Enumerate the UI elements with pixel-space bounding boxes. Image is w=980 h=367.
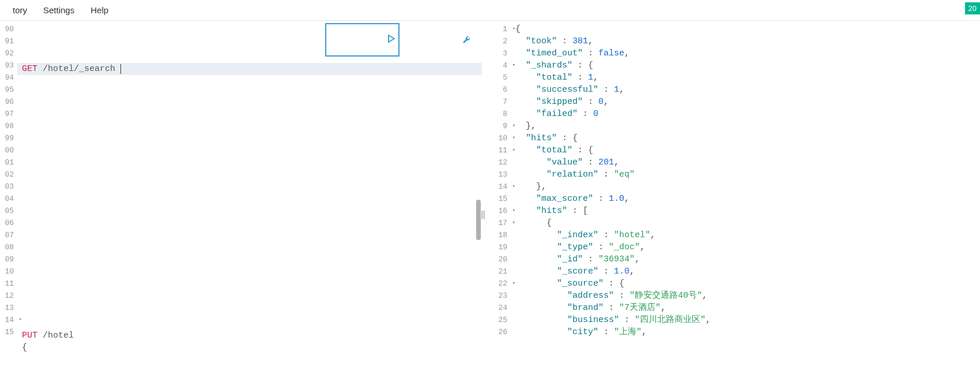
response-line: { — [515, 23, 980, 35]
code-line[interactable] — [22, 136, 482, 148]
request-gutter: 9091929394959697989900010203040506070809… — [0, 21, 17, 367]
code-line[interactable] — [22, 111, 482, 123]
code-line[interactable] — [22, 305, 482, 317]
line-number: 8 — [482, 108, 511, 120]
code-line[interactable] — [22, 160, 482, 172]
response-line: }, — [515, 181, 980, 193]
line-number: 93 — [0, 59, 17, 72]
request-editor-pane: 9091929394959697989900010203040506070809… — [0, 21, 482, 367]
response-line: "_source" : { — [515, 278, 980, 290]
line-number: 21 — [482, 265, 511, 278]
menu-history[interactable]: tory — [5, 2, 35, 18]
line-number: 7 — [482, 96, 511, 108]
code-line[interactable] — [22, 354, 482, 366]
code-line[interactable] — [22, 123, 482, 136]
line-number: 13 — [482, 168, 511, 181]
line-number: 14 — [482, 181, 511, 193]
line-number: 15 — [0, 326, 17, 338]
line-number: 4 — [482, 59, 511, 72]
response-line: "total" : 1, — [515, 72, 980, 84]
line-number: 11 — [0, 278, 17, 290]
code-line[interactable]: GET /hotel/_search — [17, 63, 482, 75]
code-line[interactable] — [22, 208, 482, 220]
response-line: "relation" : "eq" — [515, 168, 980, 181]
line-number: 3 — [482, 47, 511, 59]
menubar: tory Settings Help — [0, 0, 980, 21]
response-line: "failed" : 0 — [515, 108, 980, 120]
request-options-icon[interactable] — [403, 24, 472, 55]
line-number: 09 — [0, 253, 17, 265]
line-number: 25 — [482, 314, 511, 326]
line-number: 92 — [0, 47, 17, 59]
line-number: 22 — [482, 278, 511, 290]
line-number: 13 — [0, 302, 17, 314]
response-line: "_score" : 1.0, — [515, 265, 980, 278]
run-request-button[interactable] — [325, 23, 399, 57]
line-number: 12 — [482, 156, 511, 168]
line-number: 9 — [482, 120, 511, 132]
code-line[interactable]: { — [22, 342, 482, 354]
code-line[interactable] — [22, 172, 482, 184]
line-number: 6 — [482, 84, 511, 96]
response-line: "hits" : [ — [515, 205, 980, 217]
line-number: 04 — [0, 193, 17, 205]
response-line: "brand" : "7天酒店", — [515, 302, 980, 314]
line-number: 1 — [482, 23, 511, 35]
code-line[interactable] — [22, 75, 482, 87]
code-line[interactable] — [22, 281, 482, 293]
response-gutter: 1234567891011121314151617181920212223242… — [482, 21, 511, 367]
line-number: 12 — [0, 290, 17, 302]
line-number: 01 — [0, 156, 17, 168]
response-line: "total" : { — [515, 144, 980, 156]
code-line[interactable] — [22, 293, 482, 305]
code-line[interactable] — [22, 87, 482, 99]
line-number: 07 — [0, 229, 17, 241]
line-number: 23 — [482, 290, 511, 302]
code-line[interactable] — [22, 148, 482, 160]
line-number: 06 — [0, 217, 17, 229]
line-number: 08 — [0, 241, 17, 253]
response-line: "_id" : "36934", — [515, 253, 980, 265]
code-line[interactable] — [22, 233, 482, 245]
line-number: 24 — [482, 302, 511, 314]
menu-help[interactable]: Help — [82, 2, 116, 18]
code-line[interactable] — [22, 220, 482, 233]
line-number: 94 — [0, 72, 17, 84]
line-number: 95 — [0, 84, 17, 96]
response-line: "hits" : { — [515, 132, 980, 144]
menu-settings[interactable]: Settings — [35, 2, 82, 18]
line-number: 91 — [0, 35, 17, 47]
line-number: 00 — [0, 144, 17, 156]
line-number: 05 — [0, 205, 17, 217]
status-badge[interactable]: 20 — [965, 2, 980, 14]
line-number: 96 — [0, 96, 17, 108]
response-viewer[interactable]: { "took" : 381, "timed_out" : false, "_s… — [511, 21, 980, 367]
line-number: 2 — [482, 35, 511, 47]
response-line: "took" : 381, — [515, 35, 980, 47]
request-editor[interactable]: GET /hotel/_search PUT /hotel{ — [17, 21, 482, 367]
line-number: 99 — [0, 132, 17, 144]
line-number: 20 — [482, 253, 511, 265]
response-line: "skipped" : 0, — [515, 96, 980, 108]
response-line: "_type" : "_doc", — [515, 241, 980, 253]
line-number: 10 — [482, 132, 511, 144]
response-viewer-pane: 1234567891011121314151617181920212223242… — [482, 21, 980, 367]
code-line[interactable] — [22, 184, 482, 196]
line-number: 10 — [0, 265, 17, 278]
line-number: 97 — [0, 108, 17, 120]
line-number: 11 — [482, 144, 511, 156]
pane-splitter[interactable]: ‖ — [480, 205, 486, 223]
code-line[interactable] — [22, 245, 482, 257]
code-line[interactable] — [22, 257, 482, 269]
response-line: "_index" : "hotel", — [515, 229, 980, 241]
line-number: 16 — [482, 205, 511, 217]
code-line[interactable] — [22, 196, 482, 208]
response-line: "business" : "四川北路商业区", — [515, 314, 980, 326]
response-line: "value" : 201, — [515, 156, 980, 168]
code-line[interactable] — [22, 317, 482, 329]
line-number: 03 — [0, 181, 17, 193]
code-line[interactable]: PUT /hotel — [22, 329, 482, 342]
code-line[interactable] — [22, 99, 482, 111]
response-line: "address" : "静安交通路40号", — [515, 290, 980, 302]
code-line[interactable] — [22, 269, 482, 281]
